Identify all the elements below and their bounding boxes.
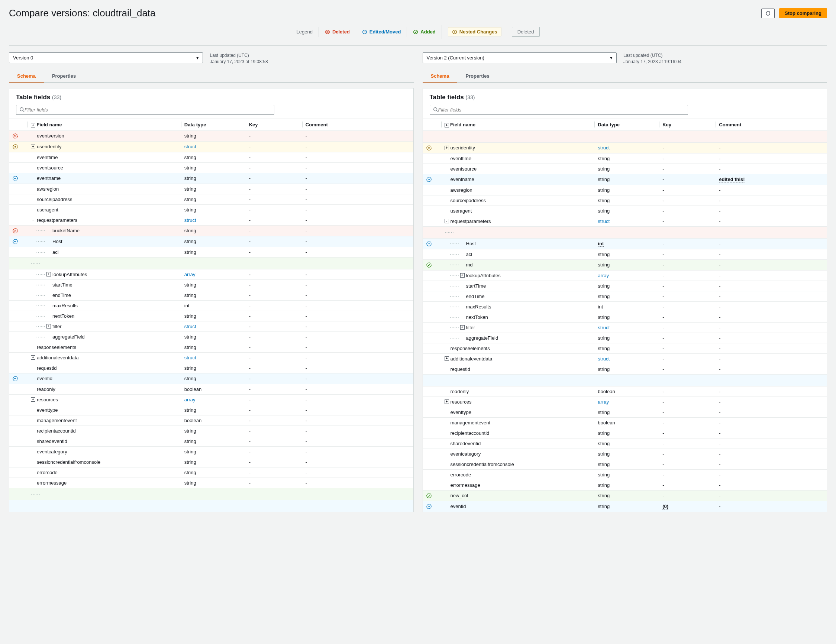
field-comment: - (716, 291, 827, 302)
field-comment: - (302, 478, 413, 488)
field-type[interactable]: struct (595, 354, 660, 364)
field-key: - (660, 153, 716, 163)
field-type[interactable]: struct (595, 216, 660, 226)
field-key: - (246, 173, 302, 184)
th-comment[interactable]: Comment (302, 119, 413, 130)
field-type[interactable]: struct (181, 352, 246, 363)
field-name: errormessage (37, 480, 67, 486)
expand-icon[interactable]: + (460, 325, 465, 329)
field-type[interactable]: array (181, 269, 246, 279)
field-type[interactable]: struct (181, 321, 246, 331)
th-data-type[interactable]: Data type (595, 119, 660, 130)
expand-icon[interactable]: + (444, 399, 449, 404)
table-row: eventtypestring-- (423, 407, 827, 417)
field-comment: - (302, 331, 413, 342)
table-row: eventtimestring-- (9, 152, 413, 162)
field-comment: - (302, 373, 413, 384)
search-input[interactable] (24, 107, 271, 112)
field-key: - (246, 436, 302, 446)
field-type[interactable]: struct (595, 322, 660, 333)
tab-properties[interactable]: Properties (457, 70, 497, 83)
version-select-left[interactable]: Version 0▾ (9, 52, 203, 63)
field-key: - (246, 300, 302, 311)
table-row: ⋯⋯endTimestring-- (423, 291, 827, 302)
table-row: errorcodestring-- (9, 467, 413, 478)
field-name: nextToken (52, 313, 74, 319)
table-row: eventidstring(0)- (423, 501, 827, 512)
expand-icon[interactable]: + (31, 145, 35, 149)
field-name: eventtype (37, 407, 58, 413)
field-comment: - (302, 236, 413, 247)
field-name: eventsource (451, 166, 477, 172)
field-key: - (246, 373, 302, 384)
field-type[interactable]: struct (181, 215, 246, 225)
expand-icon[interactable]: - (31, 218, 35, 222)
field-name: useridentity (37, 144, 61, 149)
legend-edited: Edited/Moved (356, 27, 407, 37)
th-key[interactable]: Key (246, 119, 302, 130)
field-type[interactable]: array (181, 394, 246, 405)
field-key: - (246, 311, 302, 321)
table-row: ⋯⋯aggregateFieldstring-- (9, 331, 413, 342)
table-row: recipientaccountidstring-- (9, 426, 413, 436)
expand-icon[interactable]: + (46, 272, 51, 277)
field-type: boolean (595, 417, 660, 428)
expand-icon[interactable]: + (31, 397, 35, 402)
field-type[interactable]: array (595, 396, 660, 407)
tab-schema[interactable]: Schema (423, 70, 457, 83)
expand-icon[interactable]: + (444, 146, 449, 150)
field-name: responseelements (451, 346, 490, 351)
field-name: responseelements (37, 344, 76, 350)
stop-comparing-button[interactable]: Stop comparing (779, 8, 827, 18)
tab-schema[interactable]: Schema (9, 70, 44, 83)
panel-title: Table fields (430, 94, 466, 101)
field-key: - (660, 216, 716, 226)
expand-icon[interactable]: + (444, 356, 449, 361)
field-key: - (246, 426, 302, 436)
field-type: string (181, 426, 246, 436)
table-row: ⋯⋯mclstring-- (423, 259, 827, 270)
field-key: - (660, 195, 716, 205)
field-comment: - (716, 280, 827, 291)
field-type: int (181, 300, 246, 311)
search-box[interactable] (16, 105, 274, 115)
expand-icon[interactable]: - (444, 219, 449, 223)
field-name: requestparameters (37, 217, 77, 223)
search-input[interactable] (438, 107, 685, 112)
tree-line: ⋯⋯ (36, 334, 45, 340)
tab-properties[interactable]: Properties (44, 70, 84, 83)
field-key: - (246, 225, 302, 236)
search-box[interactable] (430, 105, 688, 115)
field-comment: - (302, 436, 413, 446)
version-label: Version 0 (13, 55, 33, 60)
refresh-button[interactable] (761, 8, 775, 18)
version-select-right[interactable]: Version 2 (Current version)▾ (423, 52, 617, 63)
field-comment: - (716, 407, 827, 417)
th-field-name[interactable]: + Field name (28, 119, 181, 130)
th-field-name[interactable]: + Field name (442, 119, 595, 130)
added-marker-icon (426, 262, 432, 268)
field-comment: - (716, 501, 827, 512)
expand-icon[interactable]: + (31, 355, 35, 360)
table-row: +useridentitystruct-- (423, 142, 827, 153)
field-type[interactable]: array (595, 270, 660, 280)
field-key: - (660, 448, 716, 459)
expand-all-icon[interactable]: + (444, 123, 449, 127)
expand-icon[interactable]: + (46, 324, 51, 328)
th-data-type[interactable]: Data type (181, 119, 246, 130)
field-name: additionaleventdata (451, 356, 493, 362)
tabs-right: SchemaProperties (423, 70, 828, 83)
expand-all-icon[interactable]: + (31, 123, 35, 127)
field-type: string (181, 373, 246, 384)
field-type[interactable]: struct (181, 141, 246, 152)
th-key[interactable]: Key (660, 119, 716, 130)
table-row: awsregionstring-- (423, 185, 827, 195)
field-key: - (660, 428, 716, 438)
field-type[interactable]: struct (595, 142, 660, 153)
tree-line: ⋯⋯ (450, 293, 459, 299)
field-comment: - (302, 173, 413, 184)
th-comment[interactable]: Comment (716, 119, 827, 130)
field-name: errormessage (451, 483, 480, 488)
expand-icon[interactable]: + (460, 273, 465, 277)
field-type: string (595, 448, 660, 459)
